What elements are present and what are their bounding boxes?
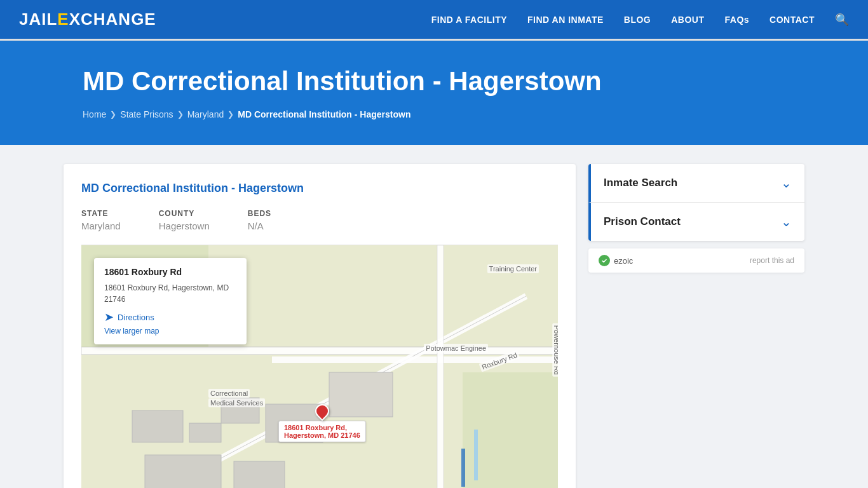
sidebar-item-inmate-search[interactable]: Inmate Search ⌄ <box>588 164 804 203</box>
map-label-powerhouse: Powerhouse Rd <box>552 323 558 377</box>
prison-contact-label: Prison Contact <box>604 215 681 228</box>
logo-x: X <box>69 10 81 29</box>
beds-value: N/A <box>248 220 264 231</box>
breadcrumb: Home ❯ State Prisons ❯ Maryland ❯ MD Cor… <box>83 109 785 119</box>
breadcrumb-sep-1: ❯ <box>110 110 116 119</box>
svg-rect-6 <box>437 245 444 488</box>
county-group: COUNTY Hagerstown <box>159 209 210 232</box>
sidebar-card: Inmate Search ⌄ Prison Contact ⌄ <box>588 164 804 241</box>
breadcrumb-state-prisons[interactable]: State Prisons <box>120 109 173 119</box>
page-title: MD Correctional Institution - Hagerstown <box>83 66 785 97</box>
map-popup[interactable]: 18601 Roxbury Rd 18601 Roxbury Rd, Hager… <box>94 258 247 344</box>
nav-find-facility[interactable]: FIND A FACILITY <box>431 15 507 25</box>
map-label-potowmac: Potowmac Enginee <box>424 344 488 353</box>
map-label-training: Training Center <box>487 264 539 273</box>
directions-label: Directions <box>118 313 154 322</box>
directions-link[interactable]: ➤ Directions <box>104 310 236 324</box>
breadcrumb-sep-3: ❯ <box>227 110 234 119</box>
svg-rect-14 <box>234 461 285 488</box>
popup-title: 18601 Roxbury Rd <box>104 267 236 277</box>
county-label: COUNTY <box>159 209 210 218</box>
breadcrumb-home[interactable]: Home <box>83 109 106 119</box>
state-group: STATE Maryland <box>81 209 121 232</box>
state-value: Maryland <box>81 220 121 231</box>
sidebar-item-prison-contact[interactable]: Prison Contact ⌄ <box>588 203 804 241</box>
logo-ex: E <box>57 10 69 29</box>
ezoic-check-icon <box>599 255 610 266</box>
directions-icon: ➤ <box>104 310 114 324</box>
pin-label-line2: Hagerstown, MD 21746 <box>284 431 360 439</box>
facility-card: MD Correctional Institution - Hagerstown… <box>64 164 576 488</box>
nav-find-inmate[interactable]: FIND AN INMATE <box>527 15 604 25</box>
map-label-correctional: Correctional <box>208 389 250 398</box>
svg-rect-13 <box>145 455 221 488</box>
report-ad-link[interactable]: report this ad <box>750 256 794 265</box>
logo-jail: JAIL <box>19 10 57 29</box>
popup-addr-line2: 21746 <box>104 295 125 304</box>
map-pin[interactable]: 18601 Roxbury Rd, Hagerstown, MD 21746 <box>278 404 366 442</box>
beds-label: BEDS <box>248 209 271 218</box>
popup-addr-line1: 18601 Roxbury Rd, Hagerstown, MD <box>104 283 229 292</box>
svg-rect-18 <box>474 430 478 480</box>
nav-faqs[interactable]: FAQs <box>725 15 750 25</box>
svg-rect-17 <box>461 449 465 487</box>
ezoic-logo: ezoic <box>599 255 633 266</box>
pin-label-line1: 18601 Roxbury Rd, <box>284 424 347 431</box>
sidebar: Inmate Search ⌄ Prison Contact ⌄ ezoic r… <box>588 164 804 488</box>
main-nav: FIND A FACILITY FIND AN INMATE BLOG ABOU… <box>431 13 849 27</box>
hero-banner: MD Correctional Institution - Hagerstown… <box>0 41 868 145</box>
facility-title: MD Correctional Institution - Hagerstown <box>81 182 558 195</box>
nav-blog[interactable]: BLOG <box>624 15 651 25</box>
ad-bar: ezoic report this ad <box>588 248 804 273</box>
breadcrumb-maryland[interactable]: Maryland <box>187 109 224 119</box>
inmate-search-label: Inmate Search <box>604 177 677 189</box>
map-label-medical: Medical Services <box>208 398 265 407</box>
popup-address: 18601 Roxbury Rd, Hagerstown, MD 21746 <box>104 282 236 305</box>
map-container[interactable]: Training Center Potowmac Enginee Roxbury… <box>81 245 558 488</box>
ezoic-label: ezoic <box>614 256 633 266</box>
county-value: Hagerstown <box>159 220 210 231</box>
svg-rect-8 <box>132 410 183 442</box>
breadcrumb-sep-2: ❯ <box>177 110 184 119</box>
search-icon[interactable]: 🔍 <box>835 13 849 27</box>
main-content: MD Correctional Institution - Hagerstown… <box>0 145 868 488</box>
prison-contact-chevron-icon: ⌄ <box>781 214 792 229</box>
inmate-search-chevron-icon: ⌄ <box>781 175 792 191</box>
view-larger-map-link[interactable]: View larger map <box>104 327 236 336</box>
pin-label: 18601 Roxbury Rd, Hagerstown, MD 21746 <box>278 421 366 442</box>
nav-about[interactable]: ABOUT <box>671 15 704 25</box>
svg-rect-9 <box>189 423 221 442</box>
state-label: STATE <box>81 209 121 218</box>
logo[interactable]: JAILEXCHANGE <box>19 10 156 29</box>
breadcrumb-current: MD Correctional Institution - Hagerstown <box>238 109 410 119</box>
header: JAILEXCHANGE FIND A FACILITY FIND AN INM… <box>0 0 868 41</box>
pin-marker <box>312 401 332 421</box>
info-grid: STATE Maryland COUNTY Hagerstown BEDS N/… <box>81 209 558 232</box>
beds-group: BEDS N/A <box>248 209 271 232</box>
svg-point-19 <box>600 257 608 264</box>
nav-contact[interactable]: CONTACT <box>770 15 815 25</box>
logo-change: CHANGE <box>81 10 156 29</box>
